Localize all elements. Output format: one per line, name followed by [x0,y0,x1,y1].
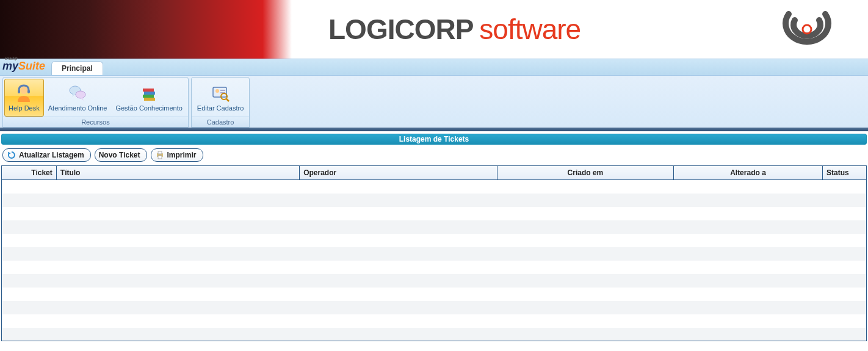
tickets-table: Ticket Título Operador Criado em Alterad… [1,165,867,341]
table-row[interactable] [2,314,867,328]
brand-text: LOGICORPsoftware [328,13,580,46]
table-row[interactable] [2,194,867,207]
svg-rect-6 [143,89,154,92]
svg-rect-9 [144,98,155,101]
target-logo-icon [764,5,850,54]
svg-rect-2 [18,90,20,93]
table-row[interactable] [2,180,867,194]
ribbon-group-label-recursos: Recursos [3,117,188,127]
table-row[interactable] [2,301,867,314]
books-icon [139,84,159,103]
table-header-row: Ticket Título Operador Criado em Alterad… [2,166,867,180]
brand-word-1: LOGICORP [328,13,473,45]
id-card-search-icon [211,84,230,103]
table-row[interactable] [2,328,867,341]
refresh-icon [7,150,16,160]
col-header-alterado[interactable]: Alterado a [673,166,822,180]
ribbon: Help Desk Atendimento Online Ges [0,76,868,129]
toolbar: Atualizar Listagem Novo Ticket Imprimir [0,147,868,165]
table-row[interactable] [2,207,867,220]
col-header-operador[interactable]: Operador [300,166,497,180]
svg-rect-7 [144,92,155,95]
section-title-bar: Listagem de Tickets [1,134,867,145]
ribbon-group-recursos: Help Desk Atendimento Online Ges [2,77,189,128]
svg-rect-8 [143,95,154,98]
top-banner: LOGICORPsoftware [0,0,868,59]
svg-line-15 [226,99,229,101]
table-row[interactable] [2,234,867,247]
svg-point-11 [215,89,219,93]
col-header-ticket[interactable]: Ticket [2,166,57,180]
svg-point-1 [20,87,27,94]
table-row[interactable] [2,274,867,288]
svg-point-5 [76,91,85,98]
table-row[interactable] [2,261,867,274]
table-row[interactable] [2,247,867,261]
svg-rect-18 [158,156,162,159]
table-row[interactable] [2,220,867,234]
col-header-titulo[interactable]: Título [56,166,299,180]
svg-rect-12 [220,90,225,91]
banner-brand-area: LOGICORPsoftware [292,0,868,59]
atualizar-listagem-button[interactable]: Atualizar Listagem [2,148,91,162]
table-row[interactable] [2,288,867,301]
imprimir-button[interactable]: Imprimir [151,148,203,162]
suite-logo: BraZip mySuite [2,57,45,73]
col-header-criado[interactable]: Criado em [497,166,673,180]
brand-word-2: software [479,13,580,45]
helpdesk-button[interactable]: Help Desk [4,79,44,117]
editar-cadastro-button[interactable]: Editar Cadastro [193,79,248,117]
banner-red-gradient [0,0,292,59]
svg-rect-17 [158,151,162,154]
chat-bubbles-icon [68,84,87,103]
tab-principal[interactable]: Principal [51,61,103,75]
col-header-status[interactable]: Status [823,166,867,180]
gestao-conhecimento-button[interactable]: Gestão Conhecimento [111,79,186,117]
app-bar: BraZip mySuite Principal [0,59,868,76]
ribbon-group-label-cadastro: Cadastro [192,117,249,127]
printer-icon [155,150,165,160]
headset-person-icon [14,84,34,103]
novo-ticket-button[interactable]: Novo Ticket [95,148,147,162]
svg-rect-3 [27,90,30,93]
ribbon-separator [0,129,868,131]
atendimento-online-button[interactable]: Atendimento Online [44,79,112,117]
ribbon-group-cadastro: Editar Cadastro Cadastro [191,77,250,128]
svg-point-0 [803,25,811,34]
